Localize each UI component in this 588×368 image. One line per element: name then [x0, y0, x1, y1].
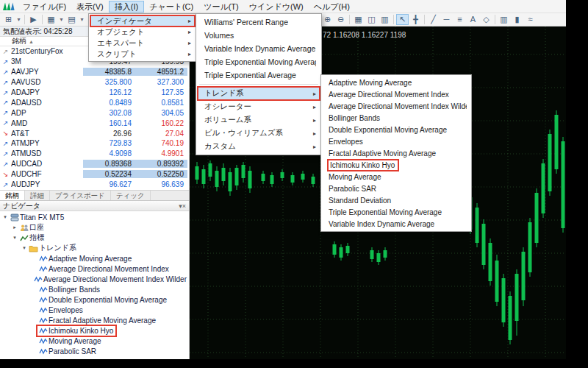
market-watch-table: ↗21stCenturyFox↗3M159.47159.53↗AAVJPY483…: [0, 46, 189, 190]
menu-item[interactable]: ボリューム系▸: [198, 113, 320, 127]
menu-item[interactable]: ビル・ウィリアムズ系▸: [198, 127, 320, 140]
market-row[interactable]: ↗AAVUSD325.800327.300: [0, 77, 189, 88]
tree-item[interactable]: ▸口座: [0, 222, 189, 233]
tree-item[interactable]: ▾指標: [0, 233, 189, 243]
profiles-caret-icon[interactable]: ▾: [79, 14, 85, 25]
menu-item[interactable]: Triple Exponential Average: [198, 68, 320, 82]
profiles-icon[interactable]: ▤: [65, 14, 78, 25]
menu-item[interactable]: Double Exponential Moving Average: [323, 124, 470, 135]
menu-item[interactable]: Parabolic SAR: [323, 183, 470, 194]
tree-item[interactable]: Average Directional Movement Index: [0, 263, 189, 274]
market-row[interactable]: ↗ADAJPY126.12127.35: [0, 88, 189, 98]
cursor-icon[interactable]: ↖: [396, 14, 409, 25]
trend-arrow-icon: ↘: [0, 130, 11, 137]
tree-expander-icon[interactable]: ▾: [21, 245, 28, 251]
tree-item[interactable]: ▾Titan FX MT5: [0, 212, 189, 222]
menu-item[interactable]: Envelopes: [323, 135, 470, 147]
candlestick-chart-icon[interactable]: ▮: [511, 14, 523, 25]
market-row[interactable]: ↗AAVJPY48385.848591.2: [0, 67, 189, 77]
tree-expander-icon[interactable]: ▸: [11, 224, 18, 230]
menu-item[interactable]: Volumes: [198, 29, 320, 42]
menu-item[interactable]: Triple Exponential Moving Average: [323, 206, 470, 218]
new-chart-icon[interactable]: ▦: [45, 14, 57, 25]
tree-item[interactable]: Bollinger Bands: [0, 284, 189, 294]
market-row[interactable]: ↗ATMUSD4.90984.9901: [0, 149, 189, 159]
menu-item[interactable]: Average Directional Movement Index Wilde…: [323, 100, 470, 112]
menu-item[interactable]: Standard Deviation: [323, 194, 470, 206]
arrange-windows-icon[interactable]: ▥: [379, 14, 391, 25]
tile-windows-icon[interactable]: ▦: [352, 14, 365, 25]
menu-item[interactable]: エキスパート▸: [90, 38, 195, 49]
menubar-item[interactable]: ツール(T): [198, 1, 244, 13]
tree-item[interactable]: ▾トレンド系: [0, 243, 189, 253]
line-chart-icon[interactable]: ≈: [524, 14, 537, 25]
trendline-icon[interactable]: ╱: [427, 14, 440, 25]
menu-item[interactable]: Variable Index Dynamic Average: [198, 42, 320, 55]
menu-item[interactable]: インディケータ▸: [90, 15, 195, 26]
tree-item[interactable]: Moving Average: [0, 336, 189, 346]
zoom-in-icon[interactable]: ⊕: [321, 14, 334, 25]
horizontal-line-icon[interactable]: ─: [440, 14, 453, 25]
tree-item[interactable]: Fractal Adaptive Moving Average: [0, 315, 189, 325]
close-icon[interactable]: ×: [182, 202, 186, 210]
menu-item[interactable]: Triple Exponential Moving Average: [198, 55, 320, 68]
market-watch-tab[interactable]: ティック: [111, 191, 151, 200]
new-chart-caret-icon[interactable]: ▾: [58, 14, 65, 25]
menu-item[interactable]: Moving Average: [323, 171, 470, 183]
market-watch-tab[interactable]: 銘柄: [0, 191, 25, 200]
menu-item[interactable]: Average Directional Movement Index: [323, 88, 470, 100]
market-watch-tab[interactable]: プライスボード: [50, 191, 111, 200]
text-label-icon[interactable]: A: [467, 14, 479, 25]
bid-price: 126.12: [83, 88, 135, 96]
tree-item[interactable]: Envelopes: [0, 305, 189, 315]
shapes-icon[interactable]: ◇: [480, 14, 492, 25]
market-row[interactable]: ↘AT&T26.9627.04: [0, 128, 189, 138]
menu-item[interactable]: Williams' Percent Range: [198, 15, 320, 29]
market-row[interactable]: ↗AMD160.14160.22: [0, 118, 189, 128]
tree-item[interactable]: Ichimoku Kinko Hyo: [0, 325, 189, 336]
market-row[interactable]: ↗ADAUSD0.84890.8581: [0, 97, 189, 107]
market-watch-tab[interactable]: 詳細: [25, 191, 50, 200]
menu-item[interactable]: Adaptive Moving Average: [323, 77, 470, 88]
tree-item[interactable]: Adaptive Moving Average: [0, 253, 189, 263]
menubar-item[interactable]: 挿入(I): [109, 1, 144, 13]
submenu-arrow-icon: ▸: [313, 130, 316, 137]
market-row[interactable]: ↘AUDCHF0.522340.52250: [0, 169, 189, 180]
new-order-icon[interactable]: ⊞: [2, 14, 15, 25]
market-row[interactable]: ↗AUDJPY96.62796.639: [0, 180, 189, 190]
tree-expander-icon[interactable]: ▾: [11, 235, 18, 241]
menu-item[interactable]: カスタム▸: [198, 140, 320, 153]
algo-trading-icon[interactable]: ▶: [27, 14, 40, 25]
cascade-windows-icon[interactable]: ◫: [365, 14, 378, 25]
fibonacci-icon[interactable]: ≡: [453, 14, 466, 25]
ask-price: 327.300: [135, 78, 187, 86]
symbol-name: AUDJPY: [11, 180, 83, 188]
menubar-item[interactable]: ヘルプ(H): [309, 1, 355, 13]
menubar-item[interactable]: ファイル(F): [18, 1, 71, 13]
menu-item[interactable]: Variable Index Dynamic Average: [323, 218, 470, 230]
menu-item[interactable]: トレンド系▸: [198, 87, 320, 100]
menu-item[interactable]: スクリプト▸: [90, 49, 195, 60]
menubar-item[interactable]: ウインドウ(W): [244, 1, 309, 13]
bar-chart-icon[interactable]: ▥: [498, 14, 510, 25]
menubar-item[interactable]: 表示(V): [71, 1, 109, 13]
menu-item[interactable]: オシレーター▸: [198, 100, 320, 113]
menu-item[interactable]: Bollinger Bands: [323, 112, 470, 124]
new-order-caret-icon[interactable]: ▾: [15, 14, 22, 25]
market-row[interactable]: ↗AUDCAD0.893680.89392: [0, 159, 189, 169]
menu-item[interactable]: Fractal Adaptive Moving Average: [323, 147, 470, 159]
tree-item[interactable]: Average Directional Movement Index Wilde…: [0, 274, 189, 284]
tree-item[interactable]: Parabolic SAR: [0, 346, 189, 356]
market-row[interactable]: ↗ATMJPY729.83740.19: [0, 138, 189, 149]
tree-item[interactable]: Double Exponential Moving Average: [0, 294, 189, 305]
tree-expander-icon[interactable]: ▾: [1, 214, 9, 220]
menu-item[interactable]: Ichimoku Kinko Hyo: [323, 159, 470, 171]
menu-item[interactable]: オブジェクト▸: [90, 26, 195, 38]
zoom-out-icon[interactable]: ⊖: [334, 14, 347, 25]
ask-price: 48591.2: [135, 68, 187, 76]
market-row[interactable]: ↗ADP302.08304.05: [0, 107, 189, 118]
tree-entry: Double Exponential Moving Average: [37, 295, 169, 305]
bid-price: 0.8489: [83, 99, 135, 107]
crosshair-icon[interactable]: ╋: [409, 14, 422, 25]
menubar-item[interactable]: チャート(C): [144, 1, 198, 13]
